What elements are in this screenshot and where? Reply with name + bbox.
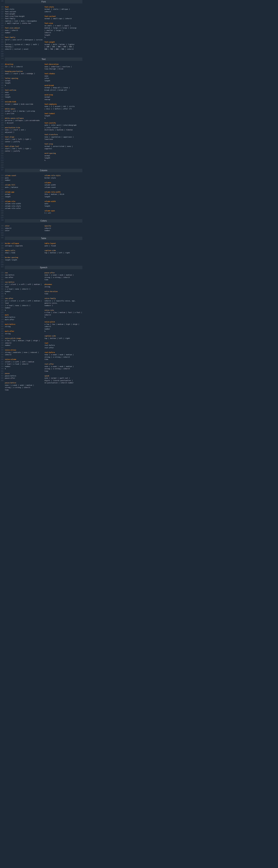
line-number: 212 (0, 157, 5, 159)
line-number: 291 (0, 347, 5, 349)
property-value: length length (5, 259, 43, 261)
line-number: 269 (0, 295, 5, 298)
line-number: 165 (0, 45, 5, 48)
property-value: 600 | 700 | 800 | 900 | inherit (45, 48, 82, 51)
property-name: text-emphasis (45, 103, 82, 105)
property-value: | pre-line (5, 113, 43, 115)
line-number: 150 (0, 10, 5, 13)
property-value: none | x-weak | weak | medium | (45, 365, 82, 368)
line-number: 193 (0, 113, 5, 115)
line-number: 237 (0, 217, 5, 219)
property-value: | smaller | larger | (45, 29, 82, 32)
section-header: Speech (5, 266, 82, 269)
property-value: caption | icon | menu | messagebox (5, 20, 43, 22)
line-number: 189 (0, 103, 5, 105)
property-value: url [ silent | x-soft | soft | medium | … (5, 300, 43, 305)
line-number: 247 (0, 242, 5, 245)
property-name: hanging-punctuation (5, 70, 43, 73)
property-value: time (5, 389, 43, 391)
property-name: letter-spacing (5, 77, 43, 80)
line-number: 196 (0, 119, 5, 122)
line-number: 217 (0, 169, 5, 172)
line-number: 293 (0, 351, 5, 354)
property-value: column-rule-color (5, 207, 43, 210)
property-value: length (45, 115, 82, 117)
property-value: | x-loud | none | inherit ] (5, 305, 43, 307)
property-name: voice-duration (45, 290, 82, 293)
line-number: 292 (0, 349, 5, 351)
line-number: 284 (0, 330, 5, 333)
property-value: none | inherit (5, 29, 43, 32)
property-value: number (45, 229, 82, 232)
line-number: 288 (0, 340, 5, 342)
line-number: 274 (0, 307, 5, 309)
property-value: font-style (5, 8, 43, 10)
line-number: 285 (0, 333, 5, 335)
line-number: 170 (0, 58, 5, 61)
section-header: Table (5, 237, 82, 240)
line-number: 278 (0, 316, 5, 318)
property-value: auto (5, 177, 43, 179)
line-number: 251 (0, 252, 5, 254)
property-value: normal | pre | nowrap | pre-wrap (5, 110, 43, 113)
property-value: inherit (5, 227, 43, 230)
property-value: medium | large | x-large | xxlarge (45, 27, 82, 29)
line-number: 257 (0, 266, 5, 269)
property-value: break-strict | break-all (45, 89, 82, 92)
property-value: | inter-cluster | (45, 127, 82, 129)
line-number: 164 (0, 43, 5, 46)
property-value: x-low | low | medium | high | xhigh | in… (45, 323, 82, 328)
line-number: 300 (0, 368, 5, 370)
line-number: 155 (0, 22, 5, 25)
property-value: color (5, 229, 43, 232)
property-value: inherit (45, 32, 82, 34)
line-number: 181 (0, 84, 5, 87)
property-value: no-punctuation | inherit-number (45, 382, 82, 384)
section-header: Column (5, 169, 82, 172)
property-value: mark-after (5, 318, 43, 321)
property-value: normal (5, 193, 43, 196)
property-name: white-space-collapse (5, 117, 43, 120)
property-value: inherit | [ <specific-voice, age, generi… (45, 300, 82, 305)
line-number: 250 (0, 249, 5, 252)
line-number: 204 (0, 138, 5, 141)
line-number: 187 (0, 98, 5, 101)
property-value: center | justify (5, 150, 43, 152)
line-number: 231 (0, 203, 5, 205)
line-number: 186 (0, 96, 5, 98)
line-number: 152 (0, 15, 5, 18)
property-value: font-variant (5, 10, 43, 13)
property-name: rest-after (45, 363, 82, 365)
line-number: 188 (0, 101, 5, 103)
property-value: none | x-weak | weak | medium | (45, 274, 82, 276)
line-number: 305 (0, 379, 5, 382)
line-number: 159 (0, 32, 5, 34)
line-number: 234 (0, 210, 5, 212)
line-number: 261 (0, 276, 5, 279)
property-value: number (5, 344, 43, 347)
line-number: 302 (0, 372, 5, 375)
line-number: 236 (0, 214, 5, 217)
line-number: 183 (0, 89, 5, 92)
property-value: length (5, 96, 43, 98)
property-name: rest (45, 342, 82, 344)
line-number: 176 (0, 72, 5, 75)
line-number (0, 269, 5, 272)
line-number: 227 (0, 193, 5, 196)
line-number: 203 (0, 136, 5, 138)
property-value: | discard (5, 122, 43, 124)
line-number: 256 (0, 264, 5, 266)
property-name: voice-family (45, 298, 82, 300)
line-number: 297 (0, 361, 5, 363)
two-column-block: column-countautonumbercolumn-fillauto | … (5, 175, 82, 214)
property-value: number (5, 290, 43, 293)
line-number: 268 (0, 293, 5, 295)
property-name: border-spacing (5, 256, 43, 259)
line-number: 209 (0, 150, 5, 152)
property-name: punctuation-trim (5, 127, 43, 129)
property-value: x-low | low | medium | high | xhigh | in… (5, 340, 43, 344)
line-number: 195 (0, 117, 5, 120)
line-number: 166 (0, 48, 5, 51)
line-number: 244 (0, 234, 5, 237)
property-value: rest-after (45, 347, 82, 349)
